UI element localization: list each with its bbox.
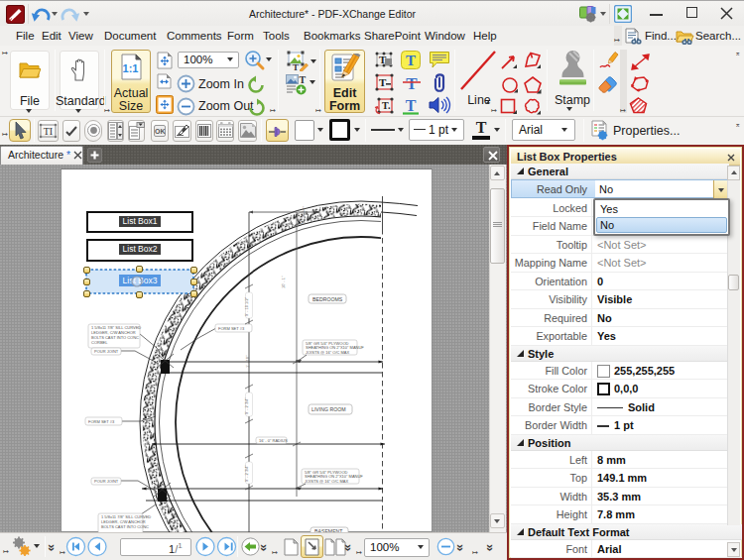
- svg-text:CORBEL: CORBEL: [91, 340, 108, 345]
- svg-text:T.: T.: [382, 100, 391, 111]
- svg-text:JOISTS @ 16" O/C MAX: JOISTS @ 16" O/C MAX: [305, 479, 348, 484]
- svg-text:9' - 2 3/4": 9' - 2 3/4": [244, 465, 249, 482]
- svg-text:FORM SET #3: FORM SET #3: [218, 326, 245, 331]
- svg-text:BOLTS CAST INTO CONC: BOLTS CAST INTO CONC: [101, 524, 149, 529]
- svg-text:BEDROOMS: BEDROOMS: [312, 296, 343, 302]
- svg-text:TI: TI: [44, 126, 53, 137]
- svg-text:T: T: [406, 74, 418, 92]
- svg-text:16' - 0" RADIUS: 16' - 0" RADIUS: [259, 438, 288, 443]
- svg-text:LIVING ROOM: LIVING ROOM: [311, 406, 346, 412]
- svg-text:T: T: [379, 76, 387, 88]
- svg-text:9' - 2 3/4": 9' - 2 3/4": [244, 397, 249, 414]
- svg-text:1:1: 1:1: [123, 62, 139, 74]
- svg-text:T: T: [406, 97, 417, 114]
- svg-text:T: T: [406, 53, 416, 68]
- svg-text:1' - 10": 1' - 10": [245, 355, 250, 368]
- svg-text:FORM SET #3: FORM SET #3: [88, 419, 115, 424]
- svg-text:T: T: [300, 74, 307, 85]
- svg-text:T: T: [293, 62, 299, 71]
- svg-text:10' - 1": 10' - 1": [281, 276, 286, 288]
- svg-text:POUR JOINT: POUR JOINT: [94, 479, 119, 484]
- svg-text:JOISTS @ 16" O/C MAX: JOISTS @ 16" O/C MAX: [306, 350, 349, 355]
- svg-text:9' - 10 1/2": 9' - 10 1/2": [244, 296, 249, 316]
- svg-text:POUR JOINT: POUR JOINT: [94, 349, 119, 354]
